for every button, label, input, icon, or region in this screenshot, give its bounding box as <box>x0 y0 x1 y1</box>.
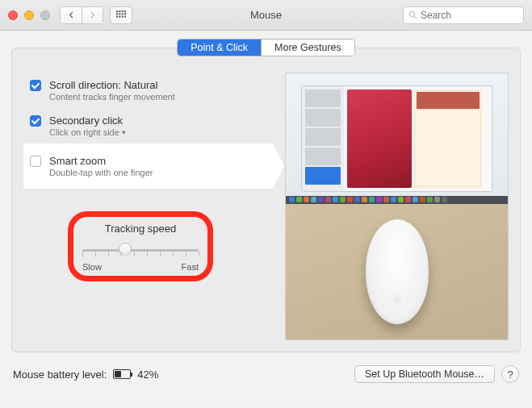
svg-rect-1 <box>119 10 120 12</box>
preview-app-window <box>301 85 492 193</box>
svg-rect-6 <box>122 13 124 15</box>
option-subtitle: Content tracks finger movement <box>49 92 175 102</box>
checkbox-smart-zoom[interactable] <box>30 156 41 167</box>
show-all-button[interactable] <box>110 6 132 24</box>
window-controls <box>8 10 50 20</box>
svg-rect-5 <box>119 13 120 15</box>
svg-rect-10 <box>122 15 124 17</box>
option-title: Secondary click <box>49 114 126 127</box>
option-secondary-click[interactable]: Secondary click Click on right side ▾ <box>23 108 274 144</box>
option-title: Scroll direction: Natural <box>49 79 175 91</box>
svg-rect-0 <box>116 10 118 12</box>
svg-line-13 <box>414 16 417 19</box>
nav-back-forward <box>60 6 103 24</box>
search-icon <box>408 10 417 19</box>
svg-rect-11 <box>124 15 126 17</box>
tracking-speed-section: Tracking speed Slow Fast <box>68 211 213 281</box>
checkbox-secondary-click[interactable] <box>30 115 41 127</box>
secondary-click-dropdown[interactable]: Click on right side ▾ <box>49 127 126 137</box>
tab-more-gestures[interactable]: More Gestures <box>261 40 354 56</box>
magic-mouse-image <box>366 219 429 324</box>
slider-min-label: Slow <box>82 262 102 272</box>
back-button[interactable] <box>61 7 82 23</box>
preview-screen <box>286 73 508 204</box>
svg-rect-8 <box>116 15 118 17</box>
svg-rect-4 <box>116 13 118 15</box>
option-subtitle: Double-tap with one finger <box>49 168 153 177</box>
minimize-window-icon[interactable] <box>24 10 34 20</box>
svg-rect-3 <box>124 10 126 12</box>
battery-icon <box>113 369 131 379</box>
preview-desk <box>286 204 508 339</box>
option-title: Smart zoom <box>49 155 153 167</box>
svg-rect-7 <box>124 13 126 15</box>
battery-label: Mouse battery level: <box>13 368 107 381</box>
option-scroll-direction[interactable]: Scroll direction: Natural Content tracks… <box>23 73 274 108</box>
close-window-icon[interactable] <box>8 10 18 20</box>
title-bar: Mouse <box>0 0 532 31</box>
slider-max-label: Fast <box>182 262 199 272</box>
options-column: Scroll direction: Natural Content tracks… <box>23 73 274 340</box>
svg-rect-2 <box>122 10 124 12</box>
tracking-speed-label: Tracking speed <box>82 223 199 235</box>
checkbox-scroll-direction[interactable] <box>30 80 41 91</box>
tracking-speed-slider[interactable] <box>82 243 199 257</box>
tab-point-and-click[interactable]: Point & Click <box>178 40 261 56</box>
svg-rect-9 <box>119 15 120 17</box>
grid-icon <box>116 10 126 20</box>
gesture-preview <box>285 73 509 340</box>
setup-bluetooth-mouse-button[interactable]: Set Up Bluetooth Mouse… <box>354 365 495 383</box>
option-smart-zoom[interactable]: Smart zoom Double-tap with one finger <box>23 144 274 189</box>
slider-knob[interactable] <box>119 243 130 258</box>
chevron-right-icon <box>89 11 96 19</box>
zoom-window-icon <box>40 10 50 20</box>
search-input[interactable] <box>421 10 518 21</box>
svg-point-12 <box>409 11 414 16</box>
settings-panel: Scroll direction: Natural Content tracks… <box>11 48 521 352</box>
battery-percent: 42% <box>137 368 158 381</box>
chevron-down-icon: ▾ <box>122 128 126 136</box>
footer: Mouse battery level: 42% Set Up Bluetoot… <box>0 352 532 396</box>
help-button[interactable]: ? <box>501 365 519 383</box>
preview-dock <box>286 196 508 204</box>
search-field[interactable] <box>403 6 524 24</box>
chevron-left-icon <box>68 11 75 19</box>
forward-button[interactable] <box>82 7 103 23</box>
